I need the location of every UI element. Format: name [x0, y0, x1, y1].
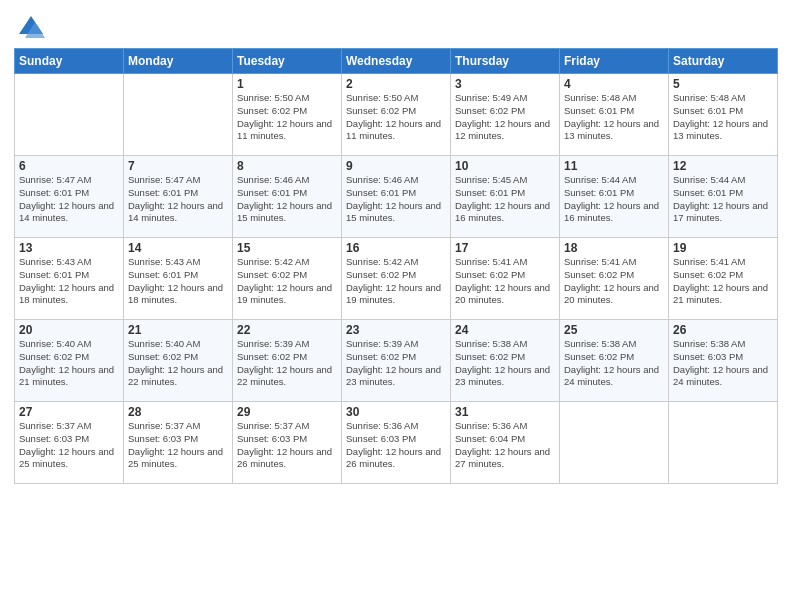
- day-detail: Sunrise: 5:41 AMSunset: 6:02 PMDaylight:…: [673, 256, 773, 307]
- day-cell: 5Sunrise: 5:48 AMSunset: 6:01 PMDaylight…: [669, 74, 778, 156]
- day-detail: Sunrise: 5:47 AMSunset: 6:01 PMDaylight:…: [128, 174, 228, 225]
- day-number: 20: [19, 323, 119, 337]
- day-cell: [124, 74, 233, 156]
- day-detail: Sunrise: 5:36 AMSunset: 6:04 PMDaylight:…: [455, 420, 555, 471]
- day-number: 16: [346, 241, 446, 255]
- day-number: 24: [455, 323, 555, 337]
- week-row-4: 27Sunrise: 5:37 AMSunset: 6:03 PMDayligh…: [15, 402, 778, 484]
- day-cell: 18Sunrise: 5:41 AMSunset: 6:02 PMDayligh…: [560, 238, 669, 320]
- day-detail: Sunrise: 5:48 AMSunset: 6:01 PMDaylight:…: [673, 92, 773, 143]
- day-cell: [15, 74, 124, 156]
- day-number: 15: [237, 241, 337, 255]
- day-number: 18: [564, 241, 664, 255]
- day-detail: Sunrise: 5:39 AMSunset: 6:02 PMDaylight:…: [237, 338, 337, 389]
- logo: [14, 14, 45, 42]
- day-detail: Sunrise: 5:36 AMSunset: 6:03 PMDaylight:…: [346, 420, 446, 471]
- day-number: 29: [237, 405, 337, 419]
- day-cell: 15Sunrise: 5:42 AMSunset: 6:02 PMDayligh…: [233, 238, 342, 320]
- day-detail: Sunrise: 5:40 AMSunset: 6:02 PMDaylight:…: [19, 338, 119, 389]
- day-detail: Sunrise: 5:43 AMSunset: 6:01 PMDaylight:…: [128, 256, 228, 307]
- day-detail: Sunrise: 5:47 AMSunset: 6:01 PMDaylight:…: [19, 174, 119, 225]
- day-detail: Sunrise: 5:44 AMSunset: 6:01 PMDaylight:…: [564, 174, 664, 225]
- day-cell: 7Sunrise: 5:47 AMSunset: 6:01 PMDaylight…: [124, 156, 233, 238]
- logo-icon: [17, 14, 45, 42]
- day-detail: Sunrise: 5:37 AMSunset: 6:03 PMDaylight:…: [19, 420, 119, 471]
- day-detail: Sunrise: 5:50 AMSunset: 6:02 PMDaylight:…: [346, 92, 446, 143]
- day-cell: 14Sunrise: 5:43 AMSunset: 6:01 PMDayligh…: [124, 238, 233, 320]
- day-cell: 22Sunrise: 5:39 AMSunset: 6:02 PMDayligh…: [233, 320, 342, 402]
- day-cell: 8Sunrise: 5:46 AMSunset: 6:01 PMDaylight…: [233, 156, 342, 238]
- day-detail: Sunrise: 5:42 AMSunset: 6:02 PMDaylight:…: [346, 256, 446, 307]
- day-number: 31: [455, 405, 555, 419]
- day-detail: Sunrise: 5:42 AMSunset: 6:02 PMDaylight:…: [237, 256, 337, 307]
- day-detail: Sunrise: 5:45 AMSunset: 6:01 PMDaylight:…: [455, 174, 555, 225]
- day-cell: 1Sunrise: 5:50 AMSunset: 6:02 PMDaylight…: [233, 74, 342, 156]
- day-number: 26: [673, 323, 773, 337]
- day-cell: [560, 402, 669, 484]
- day-number: 23: [346, 323, 446, 337]
- day-detail: Sunrise: 5:44 AMSunset: 6:01 PMDaylight:…: [673, 174, 773, 225]
- day-cell: 4Sunrise: 5:48 AMSunset: 6:01 PMDaylight…: [560, 74, 669, 156]
- day-detail: Sunrise: 5:40 AMSunset: 6:02 PMDaylight:…: [128, 338, 228, 389]
- day-number: 5: [673, 77, 773, 91]
- day-number: 19: [673, 241, 773, 255]
- day-cell: 21Sunrise: 5:40 AMSunset: 6:02 PMDayligh…: [124, 320, 233, 402]
- day-number: 28: [128, 405, 228, 419]
- day-cell: 3Sunrise: 5:49 AMSunset: 6:02 PMDaylight…: [451, 74, 560, 156]
- day-detail: Sunrise: 5:50 AMSunset: 6:02 PMDaylight:…: [237, 92, 337, 143]
- day-number: 8: [237, 159, 337, 173]
- day-number: 3: [455, 77, 555, 91]
- weekday-header-thursday: Thursday: [451, 49, 560, 74]
- weekday-header-row: SundayMondayTuesdayWednesdayThursdayFrid…: [15, 49, 778, 74]
- day-cell: 26Sunrise: 5:38 AMSunset: 6:03 PMDayligh…: [669, 320, 778, 402]
- day-cell: 17Sunrise: 5:41 AMSunset: 6:02 PMDayligh…: [451, 238, 560, 320]
- day-cell: 27Sunrise: 5:37 AMSunset: 6:03 PMDayligh…: [15, 402, 124, 484]
- week-row-3: 20Sunrise: 5:40 AMSunset: 6:02 PMDayligh…: [15, 320, 778, 402]
- day-number: 25: [564, 323, 664, 337]
- day-cell: 11Sunrise: 5:44 AMSunset: 6:01 PMDayligh…: [560, 156, 669, 238]
- day-number: 21: [128, 323, 228, 337]
- weekday-header-saturday: Saturday: [669, 49, 778, 74]
- day-detail: Sunrise: 5:37 AMSunset: 6:03 PMDaylight:…: [128, 420, 228, 471]
- day-number: 14: [128, 241, 228, 255]
- day-cell: 25Sunrise: 5:38 AMSunset: 6:02 PMDayligh…: [560, 320, 669, 402]
- weekday-header-tuesday: Tuesday: [233, 49, 342, 74]
- day-cell: 12Sunrise: 5:44 AMSunset: 6:01 PMDayligh…: [669, 156, 778, 238]
- weekday-header-wednesday: Wednesday: [342, 49, 451, 74]
- day-cell: 16Sunrise: 5:42 AMSunset: 6:02 PMDayligh…: [342, 238, 451, 320]
- weekday-header-sunday: Sunday: [15, 49, 124, 74]
- day-number: 6: [19, 159, 119, 173]
- day-number: 7: [128, 159, 228, 173]
- day-cell: 6Sunrise: 5:47 AMSunset: 6:01 PMDaylight…: [15, 156, 124, 238]
- header: [14, 10, 778, 42]
- weekday-header-friday: Friday: [560, 49, 669, 74]
- day-detail: Sunrise: 5:38 AMSunset: 6:02 PMDaylight:…: [564, 338, 664, 389]
- day-number: 9: [346, 159, 446, 173]
- day-detail: Sunrise: 5:41 AMSunset: 6:02 PMDaylight:…: [564, 256, 664, 307]
- day-detail: Sunrise: 5:41 AMSunset: 6:02 PMDaylight:…: [455, 256, 555, 307]
- calendar-table: SundayMondayTuesdayWednesdayThursdayFrid…: [14, 48, 778, 484]
- day-detail: Sunrise: 5:39 AMSunset: 6:02 PMDaylight:…: [346, 338, 446, 389]
- day-detail: Sunrise: 5:46 AMSunset: 6:01 PMDaylight:…: [237, 174, 337, 225]
- day-cell: [669, 402, 778, 484]
- day-cell: 24Sunrise: 5:38 AMSunset: 6:02 PMDayligh…: [451, 320, 560, 402]
- day-number: 17: [455, 241, 555, 255]
- week-row-0: 1Sunrise: 5:50 AMSunset: 6:02 PMDaylight…: [15, 74, 778, 156]
- day-number: 1: [237, 77, 337, 91]
- day-detail: Sunrise: 5:43 AMSunset: 6:01 PMDaylight:…: [19, 256, 119, 307]
- day-number: 13: [19, 241, 119, 255]
- day-cell: 10Sunrise: 5:45 AMSunset: 6:01 PMDayligh…: [451, 156, 560, 238]
- day-cell: 9Sunrise: 5:46 AMSunset: 6:01 PMDaylight…: [342, 156, 451, 238]
- day-detail: Sunrise: 5:49 AMSunset: 6:02 PMDaylight:…: [455, 92, 555, 143]
- day-number: 12: [673, 159, 773, 173]
- day-cell: 28Sunrise: 5:37 AMSunset: 6:03 PMDayligh…: [124, 402, 233, 484]
- day-detail: Sunrise: 5:37 AMSunset: 6:03 PMDaylight:…: [237, 420, 337, 471]
- day-cell: 29Sunrise: 5:37 AMSunset: 6:03 PMDayligh…: [233, 402, 342, 484]
- week-row-1: 6Sunrise: 5:47 AMSunset: 6:01 PMDaylight…: [15, 156, 778, 238]
- day-cell: 31Sunrise: 5:36 AMSunset: 6:04 PMDayligh…: [451, 402, 560, 484]
- day-number: 10: [455, 159, 555, 173]
- day-number: 4: [564, 77, 664, 91]
- day-cell: 13Sunrise: 5:43 AMSunset: 6:01 PMDayligh…: [15, 238, 124, 320]
- calendar-page: SundayMondayTuesdayWednesdayThursdayFrid…: [0, 0, 792, 612]
- week-row-2: 13Sunrise: 5:43 AMSunset: 6:01 PMDayligh…: [15, 238, 778, 320]
